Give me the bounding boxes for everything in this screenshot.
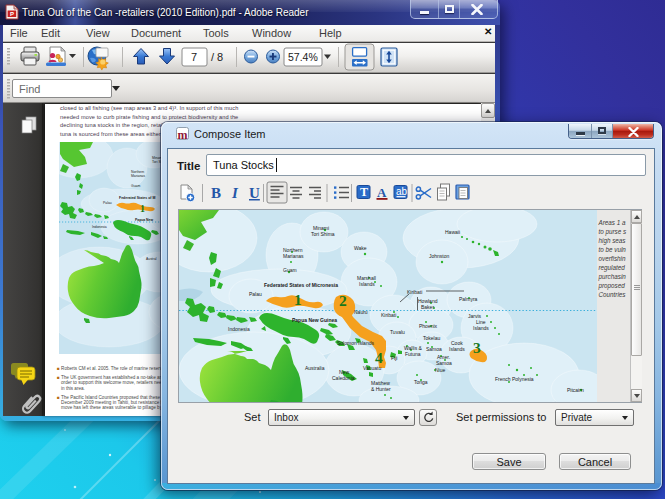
svg-text:Palau: Palau [103, 201, 112, 205]
svg-text:1: 1 [140, 203, 145, 214]
svg-text:Islands: Islands [473, 325, 489, 331]
svg-text:Samoa: Samoa [426, 346, 442, 352]
svg-text:Phoenix: Phoenix [419, 323, 438, 329]
svg-text:Guam: Guam [283, 267, 297, 273]
svg-text:3: 3 [473, 339, 481, 356]
svg-text:Palmyra: Palmyra [459, 296, 478, 302]
svg-text:Federated States of M: Federated States of M [119, 196, 155, 200]
svg-text:T: T [360, 185, 368, 199]
svg-text:Indonesia: Indonesia [92, 225, 107, 229]
svg-text:7: 7 [191, 51, 197, 63]
svg-text:Caledonia: Caledonia [332, 375, 355, 381]
svg-text:Guam: Guam [131, 184, 140, 188]
svg-text:A: A [377, 185, 387, 200]
svg-text:Kiribati: Kiribati [381, 312, 396, 318]
svg-text:Papua New: Papua New [135, 218, 153, 222]
svg-text:French Polynesia: French Polynesia [495, 376, 534, 382]
svg-text:Pitcairn: Pitcairn [567, 387, 584, 393]
svg-text:Austral: Austral [146, 257, 157, 261]
svg-text:Indonesia: Indonesia [228, 326, 250, 332]
svg-text:Islands: Islands [449, 346, 465, 352]
svg-text:ab: ab [396, 186, 408, 197]
svg-text:Australia: Australia [305, 365, 325, 371]
svg-text:Baker: Baker [421, 304, 434, 310]
svg-text:Fiji: Fiji [391, 355, 397, 361]
svg-text:Tonga: Tonga [414, 379, 428, 385]
svg-text:B: B [211, 185, 221, 201]
svg-text:Hawaii: Hawaii [445, 229, 460, 235]
svg-text:Papua New Guinea: Papua New Guinea [292, 317, 337, 323]
svg-text:Marianas: Marianas [283, 253, 304, 259]
svg-text:Wake: Wake [354, 245, 367, 251]
svg-text:Marianas: Marianas [131, 174, 145, 178]
svg-text:Palau: Palau [249, 291, 262, 297]
svg-text:Tori Shima: Tori Shima [311, 231, 335, 237]
svg-text:Tokelau: Tokelau [423, 335, 440, 341]
svg-text:Nauru: Nauru [354, 309, 368, 315]
svg-text:U: U [249, 185, 260, 201]
svg-text:Tuvalu: Tuvalu [390, 329, 405, 335]
svg-text:57.4%: 57.4% [288, 51, 318, 63]
svg-text:Vanuatu: Vanuatu [363, 365, 381, 371]
svg-text:& Hunter: & Hunter [371, 386, 391, 392]
svg-text:I: I [231, 185, 239, 201]
svg-text:Solomon Islands: Solomon Islands [337, 340, 374, 346]
svg-text:2: 2 [339, 292, 347, 309]
svg-text:Johnston: Johnston [429, 253, 450, 259]
svg-text:Futuna: Futuna [405, 351, 421, 357]
svg-text:Kiribati: Kiribati [407, 289, 422, 295]
svg-text:Islands: Islands [359, 281, 375, 287]
svg-text:Federated States of Micronesia: Federated States of Micronesia [264, 282, 338, 288]
svg-text:Niue: Niue [435, 367, 446, 373]
svg-text:P: P [10, 11, 14, 17]
svg-text:/ 8: / 8 [211, 51, 223, 63]
svg-text:4: 4 [375, 349, 383, 366]
svg-text:Samoa: Samoa [436, 360, 452, 366]
svg-text:1: 1 [294, 291, 302, 308]
